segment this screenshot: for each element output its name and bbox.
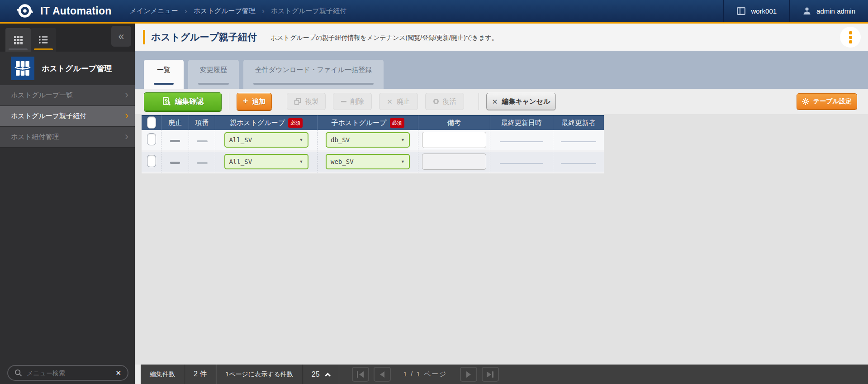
sidebar-item-hostgroup-parent-child[interactable]: ホストグループ親子紐付 › — [0, 106, 135, 127]
duplicate-button[interactable]: 複製 — [287, 93, 326, 110]
edit-confirm-button[interactable]: 編集確認 — [144, 92, 222, 111]
sidebar-item-label: ホストグループ親子紐付 — [11, 112, 86, 120]
row-checkbox[interactable] — [147, 155, 156, 167]
dropdown-arrow-icon: ▼ — [401, 159, 405, 164]
menu-search-input[interactable] — [27, 370, 111, 377]
dropdown-arrow-icon: ▼ — [401, 138, 405, 142]
toolbar-divider — [479, 93, 479, 110]
column-header: 項番 — [189, 115, 215, 130]
search-icon — [14, 369, 22, 377]
user-icon — [802, 6, 811, 15]
tab-underline — [154, 83, 174, 85]
tab-bulk-download[interactable]: 全件ダウンロード・ファイル一括登録 — [243, 60, 384, 89]
note-input[interactable] — [422, 154, 486, 170]
table-row: All_SV ▼ web_SV ▼ — [142, 152, 604, 173]
sidebar-group-header: ホストグループ管理 — [0, 52, 135, 85]
delete-button[interactable]: 削除 — [333, 93, 372, 110]
edit-count-label: 編集件数 — [141, 365, 185, 384]
title-accent-bar — [143, 30, 145, 44]
status-bar: 編集件数 2 件 1ページに表示する件数 25 1 / 1 ページ — [141, 365, 868, 384]
page-info: 1 / 1 ページ — [403, 370, 447, 379]
add-button[interactable]: + 追加 — [237, 93, 272, 110]
child-hostgroup-select[interactable]: db_SV ▼ — [326, 132, 410, 148]
breadcrumb: メインメニュー›ホストグループ管理›ホストグループ親子紐付 — [130, 7, 724, 15]
parent-hostgroup-select[interactable]: All_SV ▼ — [224, 132, 308, 148]
updated-placeholder — [500, 163, 543, 164]
parent-hostgroup-select[interactable]: All_SV ▼ — [224, 154, 308, 169]
header-right: work001 admin admin — [723, 0, 868, 22]
breadcrumb-item[interactable]: メインメニュー — [130, 7, 178, 15]
column-header: 子ホストグループ必須 — [318, 115, 418, 130]
tab-underline — [9, 48, 28, 50]
edit-cancel-button[interactable]: ✕ 編集キャンセル — [486, 93, 556, 110]
sidebar-item-hostgroup-list[interactable]: ホストグループ一覧 › — [0, 85, 135, 106]
tab-list[interactable]: 一覧 — [144, 60, 184, 89]
chevron-up-icon — [325, 373, 331, 379]
tab-label: 一覧 — [157, 66, 171, 73]
table-settings-button[interactable]: テーブル設定 — [797, 93, 857, 110]
x-icon: ✕ — [492, 98, 498, 105]
hostgroup-table: 廃止項番親ホストグループ必須子ホストグループ必須備考最終更新日時最終更新者 Al… — [142, 115, 604, 173]
sidebar-item-host-link-management[interactable]: ホスト紐付管理 › — [0, 127, 135, 148]
workspace-switcher[interactable]: work001 — [723, 0, 789, 22]
hostgroup-menu-icon — [11, 57, 34, 80]
column-header: 最終更新者 — [553, 115, 604, 130]
copy-icon — [294, 98, 301, 105]
list-view-tab[interactable] — [31, 28, 56, 52]
per-page-select[interactable]: 25 — [303, 365, 339, 384]
tab-label: 全件ダウンロード・ファイル一括登録 — [255, 66, 372, 73]
content-tab-strip: 一覧 変更履歴 全件ダウンロード・ファイル一括登録 — [135, 51, 868, 89]
page-title-bar: ホストグループ親子紐付 ホストグループの親子紐付情報をメンテナンス(閲覧/登録/… — [135, 24, 868, 51]
column-header: 備考 — [418, 115, 490, 130]
discard-placeholder — [170, 140, 180, 142]
sidebar-collapse-button[interactable]: « — [111, 26, 131, 47]
list-icon — [39, 36, 48, 44]
breadcrumb-separator-icon: › — [185, 7, 187, 15]
tab-underline-active — [34, 48, 53, 50]
tab-change-history[interactable]: 変更履歴 — [188, 60, 239, 89]
user-name: admin admin — [816, 7, 855, 15]
app-brand: IT Automation — [0, 1, 112, 20]
select-all-cell — [142, 115, 161, 130]
column-header: 親ホストグループ必須 — [215, 115, 318, 130]
clear-search-icon[interactable]: ✕ — [115, 369, 121, 377]
sidebar-group-title: ホストグループ管理 — [42, 63, 112, 74]
minus-icon — [341, 101, 346, 102]
sidebar-view-tabs: « — [0, 24, 135, 52]
order-placeholder — [197, 140, 208, 142]
table-area: 廃止項番親ホストグループ必須子ホストグループ必須備考最終更新日時最終更新者 Al… — [135, 114, 868, 365]
first-page-button[interactable] — [352, 367, 369, 382]
parent-hostgroup-value: All_SV — [229, 158, 299, 165]
last-page-button[interactable] — [482, 367, 499, 382]
next-page-button[interactable] — [460, 367, 477, 382]
discard-button[interactable]: ✕ 廃止 — [379, 93, 418, 110]
breadcrumb-item[interactable]: ホストグループ管理 — [194, 7, 256, 15]
app-title: IT Automation — [40, 5, 112, 17]
gear-icon — [802, 98, 809, 105]
dropdown-arrow-icon: ▼ — [299, 138, 304, 142]
restore-button[interactable]: 復活 — [425, 93, 464, 110]
dropdown-arrow-icon: ▼ — [299, 159, 304, 164]
confirm-magnifier-icon — [162, 97, 171, 106]
updater-placeholder — [561, 141, 596, 142]
select-all-checkbox[interactable] — [147, 116, 156, 129]
user-menu[interactable]: admin admin — [789, 0, 868, 22]
updated-placeholder — [500, 141, 543, 142]
discard-placeholder — [170, 162, 180, 164]
chevron-right-icon: › — [125, 89, 128, 100]
grid-view-tab[interactable] — [5, 28, 31, 52]
toolbar-gap — [279, 93, 280, 110]
note-input[interactable] — [422, 132, 486, 148]
child-hostgroup-value: web_SV — [331, 158, 401, 165]
sidebar: « ホストグループ管理 ホストグループ一覧 › ホストグループ親子紐付 › ホス… — [0, 24, 135, 384]
row-checkbox[interactable] — [147, 133, 156, 145]
chevron-right-icon: › — [125, 131, 128, 142]
main-content: ホストグループ親子紐付 ホストグループの親子紐付情報をメンテナンス(閲覧/登録/… — [135, 24, 868, 384]
toolbar-divider — [229, 93, 229, 110]
order-placeholder — [197, 162, 208, 164]
kebab-menu-icon[interactable] — [840, 27, 861, 48]
x-icon: ✕ — [387, 98, 393, 105]
breadcrumb-separator-icon: › — [262, 7, 265, 15]
prev-page-button[interactable] — [374, 367, 391, 382]
child-hostgroup-select[interactable]: web_SV ▼ — [326, 154, 410, 169]
